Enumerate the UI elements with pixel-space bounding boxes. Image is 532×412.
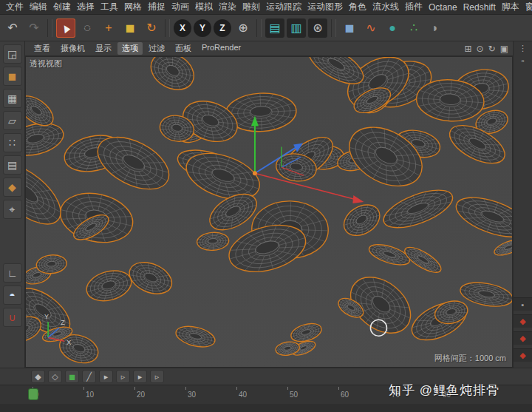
model-mode-button[interactable]: ◼ [3,67,22,86]
viewport-menubar: 查看 摄像机 显示 选项 过滤 面板 ProRender [25,41,513,56]
panel-row-header[interactable]: ▪ [514,297,532,311]
viewport-menu-camera[interactable]: 摄像机 [56,42,89,55]
polygons-mode-button[interactable]: ◆ [3,178,22,197]
z-axis-toggle[interactable]: Z [214,19,231,37]
edges-mode-button[interactable]: ▤ [3,155,22,175]
object-row-3[interactable]: ◆ [514,348,532,362]
menu-octane[interactable]: Octane [426,2,460,13]
render-view-button[interactable]: ▤ [265,18,284,38]
menu-pipeline[interactable]: 流水线 [369,1,402,13]
points-mode-button[interactable]: ∷ [3,133,22,152]
mode-button-glyph: ▤ [7,159,17,171]
toggle-layout-icon[interactable]: ▣ [500,44,508,54]
y-axis-toggle[interactable]: Y [194,19,211,37]
menu-motion-tracker[interactable]: 运动跟踪 [263,1,304,13]
menu-animate[interactable]: 动画 [168,1,192,13]
viewport-menu-filter[interactable]: 过滤 [144,42,169,55]
animation-button-glyph: ◼ [69,372,75,382]
coordinate-system-toggle[interactable]: ⊕ [233,18,253,38]
viewport-panel: 查看 摄像机 显示 选项 过滤 面板 ProRender [25,41,513,368]
axis-mode-button[interactable]: ⌖ [3,200,22,219]
viewport-menu-view[interactable]: 查看 [30,42,55,55]
menu-snap[interactable]: 捕捉 [145,1,168,13]
pla-button[interactable]: ╱ [82,370,96,383]
render-settings-button[interactable]: ⊛ [308,18,327,38]
undo-icon[interactable]: ↶ [3,18,22,38]
zoom-view-icon[interactable]: ⊙ [477,44,484,54]
viewport-scene[interactable]: YXZ [26,57,512,367]
volume-menu[interactable]: ◗ [426,18,445,38]
keyframe-selection-button[interactable]: ◇ [48,370,62,383]
rotate-view-icon[interactable]: ↻ [488,44,496,54]
viewport-canvas[interactable]: YXZ 透视视图 网格间距：1000 cm [25,56,513,368]
menu-mograph[interactable]: 运动图形 [304,1,346,13]
timeline-playhead[interactable] [28,388,38,400]
tick-mark [236,387,237,390]
animation-button-glyph: ◇ [52,372,58,382]
magnet-snap-button[interactable]: ∪ [3,308,22,327]
viewport-label[interactable]: 透视视图 [30,58,62,70]
tick-mark [338,387,339,390]
toolbar-button-glyph: ∿ [366,21,375,35]
snap-toggle-button[interactable]: ◓ [3,286,22,305]
rotation-track-toggle[interactable]: ▸ [133,370,147,383]
rotate-tool[interactable]: ↻ [142,18,161,38]
scale-track-toggle[interactable]: ▹ [116,370,130,383]
right-panel-rows: ▪ ◆ ◆ ◆ [514,297,532,362]
workplane-mode-button[interactable]: ▱ [3,111,22,130]
menu-render[interactable]: 渲染 [216,1,239,13]
mode-toolbar: ◲ ◼ ▦ ▱ ∷ ▤ [0,41,25,368]
menu-file[interactable]: 文件 [3,1,27,13]
simulation-menu[interactable]: ∴ [404,18,423,38]
menu-mesh[interactable]: 网格 [121,1,145,13]
tick-label: 30 [188,391,196,399]
menu-plugins[interactable]: 插件 [402,1,426,13]
menu-script[interactable]: 脚本 [499,1,522,13]
move-tool[interactable]: + [99,18,118,38]
scale-tool[interactable]: ◼ [120,18,140,38]
object-row-2[interactable]: ◆ [514,331,532,345]
texture-mode-button[interactable]: ▦ [3,89,22,108]
menu-create[interactable]: 创建 [50,1,74,13]
convert-editable-button[interactable]: ◲ [3,44,22,64]
spline-pen-menu[interactable]: ∿ [361,18,381,38]
viewport-menu-prorender[interactable]: ProRender [197,42,245,55]
x-axis-toggle[interactable]: X [174,19,191,37]
animation-button-glyph: ▹ [155,372,160,382]
toolbar-button-glyph: ▲ [58,18,74,37]
record-keyframe-button[interactable]: ◆ [31,370,45,383]
svg-text:Y: Y [44,313,49,320]
grid-spacing-label: 网格间距：1000 cm [434,353,506,364]
menu-sculpt[interactable]: 雕刻 [239,1,263,13]
lock-workplane-button[interactable]: ∟ [3,263,22,283]
toolbar-button-glyph: Z [219,23,225,33]
pan-view-icon[interactable]: ⊞ [464,44,471,54]
tick-mark [134,387,135,390]
object-row-1[interactable]: ◆ [514,314,532,328]
viewport-menu-panel[interactable]: 面板 [171,42,196,55]
material-menu[interactable]: ● [383,18,402,38]
animation-button-glyph: ▸ [104,372,109,382]
timeline-tick: 50 [287,385,338,404]
selection-lasso-tool[interactable]: ◌ [78,18,97,38]
menu-select[interactable]: 选择 [74,1,98,13]
menu-tools[interactable]: 工具 [98,1,121,13]
animation-button-glyph: ╱ [86,372,92,382]
autokey-toggle[interactable]: ◼ [65,370,79,383]
position-track-toggle[interactable]: ▸ [99,370,113,383]
primitive-cube-menu[interactable]: ◼ [340,18,359,38]
panel-corner-icon[interactable]: ▫ [522,56,525,65]
viewport-menu-display[interactable]: 显示 [91,42,116,55]
panel-dots-icon[interactable]: ⋮ [519,44,527,53]
menu-edit[interactable]: 编辑 [27,1,50,13]
live-selection-tool[interactable]: ▲ [56,18,75,38]
parameter-track-toggle[interactable]: ▹ [150,370,164,383]
menu-window[interactable]: 窗口 [522,1,532,13]
redo-icon[interactable]: ↷ [24,18,44,38]
viewport-menu-options[interactable]: 选项 [117,42,143,55]
render-picture-viewer-button[interactable]: ▥ [287,18,306,38]
bottom-filler [0,404,532,412]
menu-redshift[interactable]: Redshift [460,2,499,13]
menu-character[interactable]: 角色 [346,1,369,13]
menu-simulate[interactable]: 模拟 [192,1,216,13]
